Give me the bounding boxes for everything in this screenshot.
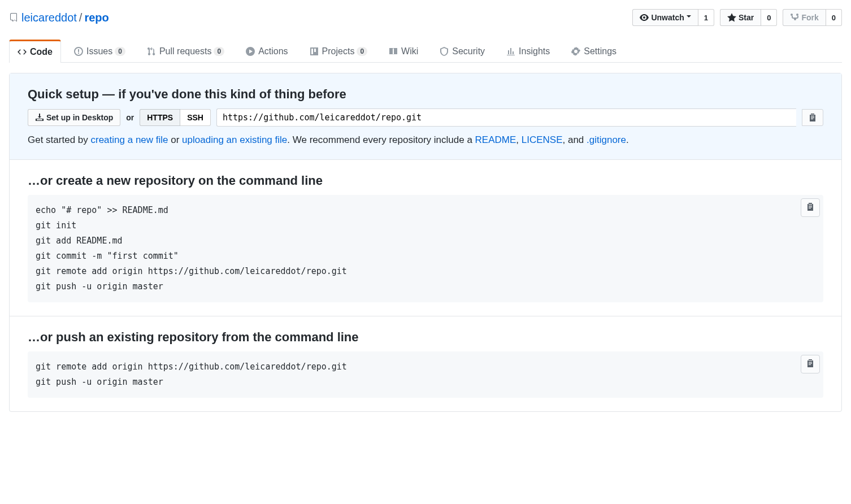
tab-insights[interactable]: Insights	[498, 40, 558, 62]
code-icon	[18, 47, 27, 57]
fork-button: Fork	[783, 9, 826, 26]
tab-actions[interactable]: Actions	[237, 40, 296, 62]
owner-link[interactable]: leicareddot	[21, 11, 77, 24]
quick-setup-heading: Quick setup — if you've done this kind o…	[28, 87, 823, 102]
tab-projects[interactable]: Projects0	[301, 40, 376, 62]
star-icon	[727, 13, 736, 22]
gear-icon	[571, 47, 580, 56]
desktop-download-icon	[35, 113, 44, 122]
copy-url-button[interactable]	[802, 109, 823, 126]
clipboard-icon	[808, 113, 817, 122]
quick-setup-section: Quick setup — if you've done this kind o…	[10, 73, 841, 159]
push-repo-section: …or push an existing repository from the…	[10, 316, 841, 411]
copy-push-code-button[interactable]	[801, 355, 820, 373]
path-separator: /	[79, 11, 83, 24]
clone-url-input[interactable]	[216, 108, 796, 127]
tab-issues[interactable]: Issues0	[66, 40, 134, 62]
quick-setup-hint: Get started by creating a new file or up…	[28, 134, 823, 146]
clipboard-icon	[806, 359, 815, 368]
graph-icon	[506, 47, 515, 56]
fork-count[interactable]: 0	[826, 9, 842, 26]
star-button[interactable]: Star	[720, 9, 761, 26]
repo-header: leicareddot / repo Unwatch 1 Star 0	[9, 9, 842, 26]
eye-icon	[640, 13, 649, 22]
repo-icon	[9, 13, 18, 22]
issue-icon	[74, 47, 83, 56]
repo-link[interactable]: repo	[84, 11, 108, 24]
tab-wiki[interactable]: Wiki	[380, 40, 427, 62]
upload-file-link[interactable]: uploading an existing file	[182, 134, 287, 145]
create-repo-section: …or create a new repository on the comma…	[10, 159, 841, 316]
tab-code[interactable]: Code	[9, 40, 61, 63]
setup-desktop-button[interactable]: Set up in Desktop	[28, 109, 120, 126]
ssh-button[interactable]: SSH	[180, 109, 211, 126]
watch-count[interactable]: 1	[698, 9, 714, 26]
create-repo-code: echo "# repo" >> README.md git init git …	[28, 195, 823, 302]
or-label: or	[126, 113, 134, 122]
protocol-toggle: HTTPS SSH	[140, 109, 211, 126]
unwatch-button[interactable]: Unwatch	[632, 9, 698, 26]
tab-pull-requests[interactable]: Pull requests0	[138, 40, 233, 62]
gitignore-link[interactable]: .gitignore	[587, 134, 626, 145]
copy-create-code-button[interactable]	[801, 198, 820, 217]
repo-title: leicareddot / repo	[9, 11, 109, 24]
create-repo-heading: …or create a new repository on the comma…	[28, 173, 823, 188]
setup-box: Quick setup — if you've done this kind o…	[9, 73, 842, 412]
push-repo-code: git remote add origin https://github.com…	[28, 351, 823, 398]
tab-security[interactable]: Security	[431, 40, 493, 62]
readme-link[interactable]: README	[475, 134, 516, 145]
repo-tabs: Code Issues0 Pull requests0 Actions Proj…	[9, 40, 842, 63]
push-repo-heading: …or push an existing repository from the…	[28, 330, 823, 345]
shield-icon	[440, 47, 449, 56]
page-actions: Unwatch 1 Star 0 Fork 0	[632, 9, 842, 26]
clipboard-icon	[806, 202, 815, 211]
book-icon	[389, 47, 398, 56]
create-new-file-link[interactable]: creating a new file	[91, 134, 168, 145]
https-button[interactable]: HTTPS	[140, 109, 180, 126]
pull-request-icon	[147, 47, 156, 56]
star-count[interactable]: 0	[761, 9, 777, 26]
tab-settings[interactable]: Settings	[563, 40, 625, 62]
play-icon	[246, 47, 255, 56]
project-icon	[310, 47, 319, 56]
fork-icon	[790, 13, 799, 22]
license-link[interactable]: LICENSE	[522, 134, 563, 145]
